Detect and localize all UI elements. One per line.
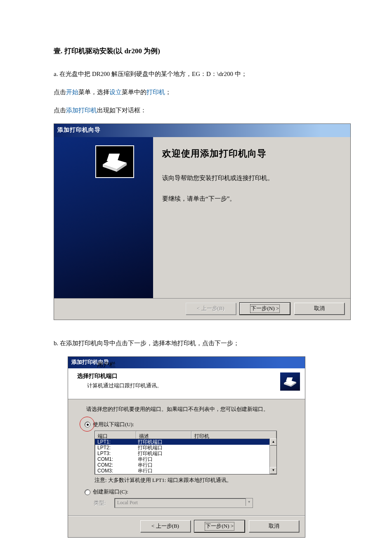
create-port-label: 创建新端口(C): (93, 488, 128, 496)
list-item[interactable]: LPT2:打印机端口 (95, 445, 276, 451)
text: 点击 (54, 107, 66, 114)
printer-icon (95, 145, 134, 178)
cancel-button[interactable]: 取消 (294, 303, 345, 315)
link-start-menu: 开始 (66, 89, 78, 95)
list-item[interactable]: LPT1:打印机端口 (95, 439, 276, 445)
port-listbox[interactable]: 端口 描述 打印机 LPT1:打印机端口LPT2:打印机端口LPT3:打印机端口… (94, 431, 277, 474)
next-button[interactable]: 下一步(N) > (194, 520, 245, 532)
next-button[interactable]: 下一步(N) > (240, 303, 290, 315)
dialog-footer: < 上一步(B) 下一步(N) > 取消 (54, 298, 350, 320)
scroll-up-button[interactable]: ▲ (270, 439, 277, 446)
dialog-footer: < 上一步(B) 下一步(N) > 取消 (68, 516, 305, 537)
create-port-radio[interactable] (85, 489, 90, 495)
dialog-header-panel: 选择打印机端口 计算机通过端口跟打印机通讯。 (68, 368, 305, 399)
link-printers: 打印机 (146, 89, 165, 95)
port-instruction-text: 请选择您的打印机要使用的端口。如果端口不在列表中，您可以创建新端口。 (86, 405, 296, 414)
next-button-label: 下一步(N) > (250, 304, 280, 313)
next-button-label: 下一步(N) > (205, 522, 234, 531)
use-port-radio-row[interactable]: 使用以下端口(U): (85, 420, 296, 429)
paragraph-b: b. 在添加打印机向导中点击下一步，选择本地打印机，点击下一步； (54, 338, 359, 348)
wizard-sidebar-image (54, 137, 153, 298)
column-port[interactable]: 端口 (95, 431, 136, 439)
link-add-printer: 添加打印机 (66, 107, 97, 114)
wizard-description: 该向导帮助您安装打印机或连接打印机。 (162, 173, 338, 183)
paragraph-a: a. 在光盘中把 DR200 解压缩到硬盘中的某个地方，EG：D：\dr200 … (54, 69, 359, 79)
list-item[interactable]: COM2:串行口 (95, 462, 276, 468)
type-label: 类型: (94, 499, 106, 508)
back-button: < 上一步(B) (186, 303, 236, 315)
port-type-value: Local Port (117, 500, 138, 505)
column-description[interactable]: 描述 (136, 431, 191, 439)
scroll-down-button[interactable]: ▼ (270, 467, 277, 474)
use-port-label: 使用以下端口(U): (93, 420, 134, 429)
svg-rect-7 (286, 377, 293, 381)
section-heading: 壹. 打印机驱动安装(以 dr200 为例) (54, 45, 359, 57)
dialog-subtitle: 选择打印机端口 (77, 372, 299, 381)
list-item[interactable]: LPT3:打印机端口 (95, 451, 276, 456)
text: 点击 (54, 89, 66, 95)
use-port-radio[interactable] (85, 422, 90, 427)
chevron-down-icon: ▼ (246, 498, 253, 506)
link-settings: 设立 (109, 89, 122, 95)
text: ； (165, 89, 171, 95)
list-item[interactable]: COM1:串行口 (95, 456, 276, 462)
column-printer[interactable]: 打印机 (191, 431, 276, 439)
list-item[interactable]: COM3:串行口 (95, 468, 276, 473)
text: 菜单中的 (122, 89, 146, 95)
scrollbar[interactable]: ▲ ▼ (269, 439, 276, 474)
wizard-welcome-title: 欢迎使用添加打印机向导 (162, 146, 338, 161)
text: 出现如下对话框： (97, 107, 146, 114)
listbox-rows[interactable]: LPT1:打印机端口LPT2:打印机端口LPT3:打印机端口COM1:串行口CO… (95, 439, 276, 473)
add-printer-wizard-port-dialog: 添加打印机向导 选择打印机端口 计算机通过端口跟打印机通讯。 请选择您的打印机要… (68, 356, 305, 538)
listbox-header[interactable]: 端口 描述 打印机 (95, 431, 276, 439)
svg-rect-3 (107, 154, 120, 161)
port-note: 注意: 大多数计算机使用 LPT1: 端口来跟本地打印机通讯。 (94, 476, 296, 485)
back-button[interactable]: < 上一步(B) (140, 520, 191, 532)
text: 菜单，选择 (78, 89, 109, 95)
dialog-titlebar[interactable]: 添加打印机向导 (54, 124, 350, 137)
printer-icon (280, 372, 300, 391)
wizard-continue-hint: 要继续，请单击“下一步”。 (162, 194, 338, 204)
paragraph-2: 点击开始菜单，选择设立菜单中的打印机； (54, 87, 359, 97)
dialog-subtitle-desc: 计算机通过端口跟打印机通讯。 (87, 382, 299, 390)
paragraph-3: 点击添加打印机出现如下对话框： (54, 105, 359, 115)
cancel-button[interactable]: 取消 (249, 520, 299, 532)
add-printer-wizard-welcome-dialog: 添加打印机向导 欢迎使用添加打印机向导 该向导帮助您安装打印机或连接打印机。 要… (54, 123, 351, 320)
port-type-select: Local Port ▼ (114, 498, 253, 508)
create-port-radio-row[interactable]: 创建新端口(C): (85, 488, 296, 496)
